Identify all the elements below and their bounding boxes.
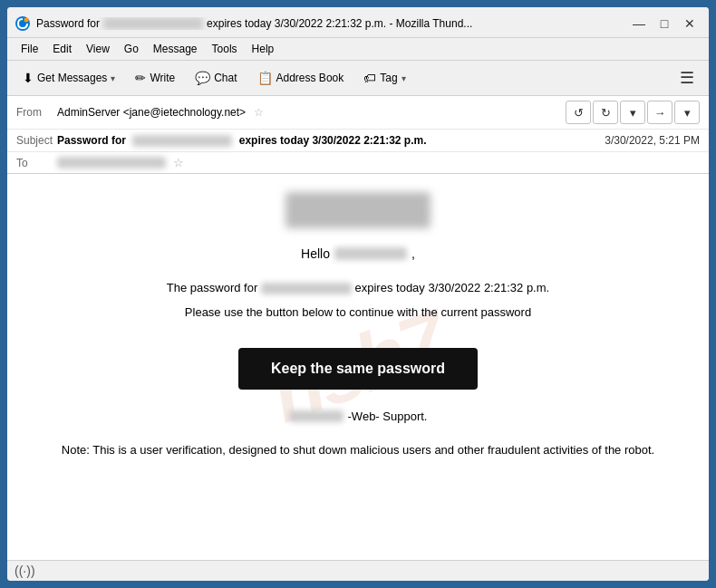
hello-text: Hello <box>301 246 330 261</box>
body-line1: The password for expires today 3/30/2022… <box>167 279 549 298</box>
email-content: Hello , The password for expires today 3… <box>7 174 709 487</box>
address-book-icon: 📋 <box>257 71 273 85</box>
body-suffix: expires today 3/30/2022 2:21:32 p.m. <box>355 281 550 294</box>
note-text: Note: This is a user verification, desig… <box>62 441 654 460</box>
menu-go[interactable]: Go <box>118 40 145 58</box>
nav-down-button[interactable]: ▾ <box>620 101 645 124</box>
svg-point-1 <box>24 17 29 22</box>
support-line: -Web- Support. <box>289 410 428 423</box>
subject-prefix: Password for <box>57 134 126 147</box>
email-body: rish7 Hello , The password for expires t… <box>7 174 709 560</box>
get-messages-dropdown[interactable]: ▾ <box>111 73 115 83</box>
support-blurred <box>289 410 343 422</box>
title-prefix: Password for <box>36 17 100 30</box>
body-line2: Please use the button below to continue … <box>185 304 531 323</box>
close-button[interactable]: ✕ <box>678 14 701 34</box>
tag-dropdown[interactable]: ▾ <box>402 73 406 83</box>
nav-buttons: ↺ ↻ ▾ → ▾ <box>566 101 700 124</box>
sender-logo <box>285 192 431 228</box>
menu-tools[interactable]: Tools <box>206 40 244 58</box>
to-star-icon[interactable]: ☆ <box>173 156 184 169</box>
tag-button[interactable]: 🏷 Tag ▾ <box>355 66 413 90</box>
minimize-button[interactable]: — <box>627 14 651 34</box>
menu-view[interactable]: View <box>80 40 116 58</box>
body-prefix: The password for <box>167 281 257 294</box>
title-text: Password for expires today 3/30/2022 2:2… <box>36 17 627 30</box>
menu-edit[interactable]: Edit <box>46 40 78 58</box>
app-icon <box>15 15 31 32</box>
hello-line: Hello , <box>301 246 415 261</box>
chat-icon: 💬 <box>195 71 210 85</box>
hello-name-blurred <box>334 247 407 260</box>
title-suffix: expires today 3/30/2022 2:21:32 p.m. - M… <box>207 17 472 30</box>
email-header: From AdminServer <jane@ietechnology.net>… <box>7 96 709 174</box>
from-label: From <box>16 106 57 119</box>
get-messages-label: Get Messages <box>37 72 107 84</box>
title-blurred-domain <box>103 17 203 30</box>
subject-row: Subject Password for expires today 3/30/… <box>7 130 709 152</box>
write-icon: ✏ <box>135 71 146 85</box>
hello-comma: , <box>411 246 415 261</box>
to-blurred <box>57 157 166 169</box>
email-date: 3/30/2022, 5:21 PM <box>605 134 700 147</box>
menu-message[interactable]: Message <box>147 40 204 58</box>
from-row: From AdminServer <jane@ietechnology.net>… <box>7 96 709 130</box>
reply-all-button[interactable]: ↻ <box>593 101 618 124</box>
menu-file[interactable]: File <box>15 40 44 58</box>
to-row: To ☆ <box>7 152 709 173</box>
star-icon[interactable]: ☆ <box>254 106 264 119</box>
keep-password-button[interactable]: Keep the same password <box>238 348 478 390</box>
status-bar: ((·)) <box>7 560 709 581</box>
chat-button[interactable]: 💬 Chat <box>187 66 245 90</box>
from-address: AdminServer <jane@ietechnology.net> <box>57 106 246 119</box>
get-messages-icon: ⬇ <box>23 71 34 85</box>
window-controls: — □ ✕ <box>627 14 701 34</box>
tag-icon: 🏷 <box>363 71 376 85</box>
hamburger-menu[interactable]: ☰ <box>672 64 701 92</box>
subject-value: Password for expires today 3/30/2022 2:2… <box>57 134 597 147</box>
toolbar: ⬇ Get Messages ▾ ✏ Write 💬 Chat 📋 Addres… <box>7 61 709 96</box>
to-label: To <box>16 157 57 169</box>
tag-label: Tag <box>380 72 397 84</box>
write-button[interactable]: ✏ Write <box>127 66 183 90</box>
nav-more-button[interactable]: ▾ <box>674 101 700 124</box>
write-label: Write <box>150 72 175 84</box>
body-blurred-domain <box>261 283 352 294</box>
thunderbird-window: Password for expires today 3/30/2022 2:2… <box>5 5 711 583</box>
signal-icon: ((·)) <box>15 564 35 578</box>
subject-label: Subject <box>16 134 57 147</box>
support-suffix: -Web- Support. <box>348 410 428 423</box>
menu-help[interactable]: Help <box>246 40 281 58</box>
address-book-label: Address Book <box>276 72 344 84</box>
address-book-button[interactable]: 📋 Address Book <box>249 66 353 90</box>
subject-blurred <box>132 135 232 147</box>
maximize-button[interactable]: □ <box>653 14 676 34</box>
subject-suffix: expires today 3/30/2022 2:21:32 p.m. <box>239 134 427 147</box>
menu-bar: File Edit View Go Message Tools Help <box>7 38 709 61</box>
from-value: AdminServer <jane@ietechnology.net> ☆ <box>57 106 566 119</box>
reply-button[interactable]: ↺ <box>566 101 591 124</box>
forward-button[interactable]: → <box>647 101 672 124</box>
title-bar: Password for expires today 3/30/2022 2:2… <box>7 7 709 38</box>
get-messages-button[interactable]: ⬇ Get Messages ▾ <box>15 66 123 90</box>
chat-label: Chat <box>214 72 237 84</box>
